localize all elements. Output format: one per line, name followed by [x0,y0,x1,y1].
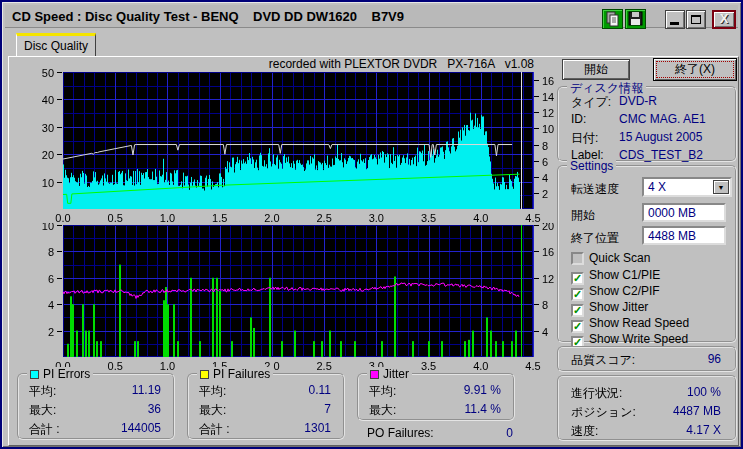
tab-label: Disc Quality [24,39,88,53]
max-label: 最大: [199,403,226,417]
checkbox-quick-scan[interactable]: Quick Scan [571,251,650,266]
po-failures-label: PO Failures: [367,426,434,440]
start-button[interactable]: 開始 [562,59,630,80]
checkbox-show-write-speed[interactable]: ✓Show Write Speed [571,332,688,347]
maximize-icon [691,15,701,24]
disc-label-value: CDS_TEST_B2 [619,148,703,162]
jitter-stats-box: Jitter 平均:9.91 % 最大:11.4 % [357,373,515,421]
max-value: 36 [148,402,161,416]
pi-failures-stats-box: PI Failures 平均:0.11 最大:7 合計 :1301 [187,373,345,440]
pi-errors-chart [22,57,557,222]
close-button[interactable]: X [712,10,736,29]
progress-value: 100 % [687,385,721,399]
speed-combobox[interactable]: 4 X ▼ [642,177,732,197]
stat-row: 最大:7 [199,402,333,419]
disc-type-value: DVD-R [619,94,657,108]
avg-label: 平均: [29,384,56,398]
stat-row: 最大:11.4 % [369,402,503,419]
chevron-down-icon[interactable]: ▼ [713,180,729,194]
quality-score-value: 96 [708,352,721,366]
checkbox-label: Quick Scan [589,251,650,265]
app-window: CD Speed : Disc Quality Test - BENQ DVD … [0,0,743,449]
disc-id-label: ID: [571,112,586,126]
avg-label: 平均: [369,384,396,398]
checkbox-label: Show Write Speed [589,332,688,346]
speed-readout-value: 4.17 X [686,423,721,437]
tab-disc-quality[interactable]: Disc Quality [16,33,96,57]
copy-icon [603,10,622,28]
total-value: 1301 [304,421,331,435]
avg-value: 0.11 [309,383,331,397]
window-title: CD Speed : Disc Quality Test - BENQ DVD … [12,9,404,24]
maximize-button[interactable] [686,10,706,29]
stat-row: 平均:11.19 [29,383,163,400]
disc-type-label: タイプ: [571,94,611,111]
checkbox-label: Show C1/PIE [589,268,660,282]
progress-label: 進行状況: [571,385,622,402]
total-label: 合計 : [199,422,230,436]
position-value: 4487 MB [673,404,721,418]
close-icon: X [720,11,729,26]
jitter-legend: Jitter [367,367,412,381]
settings-box: Settings 転送速度 4 X ▼ 開始 0000 MB 終了位置 4488… [557,165,737,343]
disc-info-box: ディスク情報 タイプ: DVD-R ID: CMC MAG. AE1 日付: 1… [557,86,737,162]
stat-row: 合計 :1301 [199,421,333,438]
po-failures-value: 0 [506,426,513,440]
title-bar[interactable]: CD Speed : Disc Quality Test - BENQ DVD … [5,5,738,28]
checkbox-label: Show Jitter [589,300,648,314]
checkbox-label: Show Read Speed [589,316,689,330]
stat-row: 平均:0.11 [199,383,333,400]
total-value: 144005 [121,421,161,435]
pi-failures-title: PI Failures [213,367,270,381]
total-label: 合計 : [29,422,60,436]
pi-failures-jitter-chart [22,223,557,371]
end-pos-input[interactable]: 4488 MB [642,226,726,245]
speed-label: 転送速度 [571,181,619,198]
checkbox-show-c2-pif[interactable]: ✓Show C2/PIF [571,284,660,299]
speed-value: 4 X [648,180,666,194]
checkbox-show-read-speed[interactable]: ✓Show Read Speed [571,316,689,331]
position-label: ポジション: [571,404,636,421]
pi-failures-legend: PI Failures [197,367,273,381]
minimize-icon [670,22,679,25]
avg-value: 11.19 [132,383,161,397]
checkbox-show-jitter[interactable]: ✓Show Jitter [571,300,648,315]
disc-id-value: CMC MAG. AE1 [619,112,706,126]
disc-date-value: 15 August 2005 [619,130,702,144]
max-label: 最大: [369,403,396,417]
floppy-disk-icon [626,10,645,28]
pi-errors-legend: PI Errors [27,367,93,381]
stat-row: 平均:9.91 % [369,383,503,400]
max-value: 11.4 % [465,402,501,416]
stat-row: 合計 :144005 [29,421,163,438]
pi-errors-color-swatch [30,370,39,379]
pi-errors-title: PI Errors [43,367,90,381]
checkbox-show-c1-pie[interactable]: ✓Show C1/PIE [571,268,660,283]
pi-errors-stats-box: PI Errors 平均:11.19 最大:36 合計 :144005 [17,373,175,440]
max-value: 7 [324,402,331,416]
checkbox-icon[interactable] [571,252,584,265]
disc-date-label: 日付: [571,130,598,147]
copy-results-icon[interactable] [602,9,623,29]
po-failures-row: PO Failures: 0 [367,426,515,440]
avg-label: 平均: [199,384,226,398]
exit-button[interactable]: 終了(X) [653,58,737,81]
end-pos-value: 4488 MB [648,229,696,243]
save-results-icon[interactable] [625,9,646,29]
start-pos-value: 0000 MB [648,206,696,220]
max-label: 最大: [29,403,56,417]
quality-score-box: 品質スコア: 96 [557,346,737,372]
progress-box: 進行状況: 100 % ポジション: 4487 MB 速度: 4.17 X [557,375,737,441]
jitter-title: Jitter [383,367,409,381]
avg-value: 9.91 % [464,383,501,397]
settings-title: Settings [567,159,616,173]
start-pos-label: 開始 [571,207,595,224]
start-pos-input[interactable]: 0000 MB [642,203,726,222]
quality-score-label: 品質スコア: [571,352,635,369]
speed-readout-label: 速度: [571,423,598,440]
end-pos-label: 終了位置 [571,230,619,247]
stat-row: 最大:36 [29,402,163,419]
pi-failures-color-swatch [200,370,209,379]
jitter-color-swatch [370,370,379,379]
minimize-button[interactable] [665,10,685,29]
